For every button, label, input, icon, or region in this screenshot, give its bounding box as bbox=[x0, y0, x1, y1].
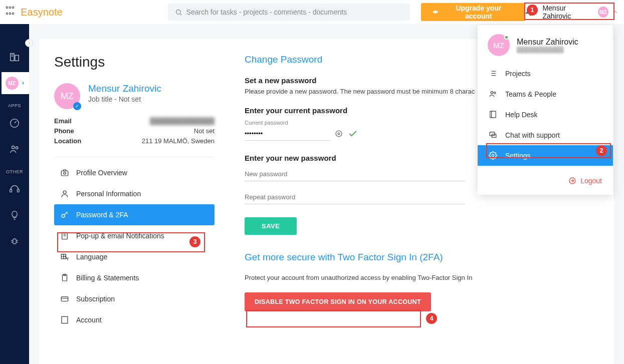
eye-icon[interactable] bbox=[335, 130, 343, 138]
company-icon[interactable] bbox=[9, 51, 21, 63]
nav-billing[interactable]: Billing & Statements bbox=[54, 267, 215, 288]
nav-language[interactable]: Language bbox=[54, 246, 215, 267]
svg-rect-44 bbox=[490, 111, 496, 118]
repeat-password-input[interactable] bbox=[245, 190, 465, 204]
check-icon bbox=[348, 129, 358, 139]
page-title: Settings bbox=[54, 54, 215, 70]
profile-icon[interactable]: MZ bbox=[0, 72, 29, 94]
nav-notifications[interactable]: Pop-up & email Notifications bbox=[54, 225, 215, 246]
language-icon bbox=[60, 252, 69, 261]
dropdown-header: MZ Mensur Zahirovic ████████████ bbox=[478, 25, 613, 63]
crown-icon bbox=[432, 9, 439, 16]
user-menu-toggle[interactable]: Mensur Zahirovic MZ bbox=[542, 4, 618, 20]
person-icon bbox=[60, 189, 69, 198]
support-icon[interactable] bbox=[9, 183, 21, 195]
bug-icon[interactable] bbox=[9, 235, 21, 247]
idea-icon[interactable] bbox=[9, 209, 21, 221]
dropdown-projects[interactable]: Projects bbox=[478, 63, 613, 84]
nav-password-2fa[interactable]: Password & 2FA bbox=[54, 204, 215, 225]
chat-icon bbox=[489, 131, 497, 139]
svg-point-8 bbox=[16, 147, 18, 149]
avatar: MZ ✓ bbox=[54, 83, 80, 109]
search-input[interactable]: Search for tasks - projects - comments -… bbox=[168, 4, 410, 21]
svg-point-35 bbox=[338, 133, 340, 135]
chevron-up-icon bbox=[612, 9, 618, 15]
avatar: MZ bbox=[488, 34, 510, 56]
svg-point-34 bbox=[336, 131, 342, 137]
svg-point-19 bbox=[62, 214, 65, 217]
svg-point-7 bbox=[12, 146, 15, 149]
top-bar: Easynote Search for tasks - projects - c… bbox=[0, 0, 624, 24]
nav-personal-info[interactable]: Personal Information bbox=[54, 183, 215, 204]
svg-line-1 bbox=[180, 14, 181, 15]
upgrade-label: Upgrade your account bbox=[443, 4, 514, 20]
svg-point-43 bbox=[494, 92, 496, 94]
settings-nav: Profile Overview Personal Information Pa… bbox=[54, 162, 215, 330]
brand-logo: Easynote bbox=[21, 7, 62, 18]
avatar: MZ bbox=[6, 77, 19, 90]
info-email-row: Email ██████████████ bbox=[54, 117, 215, 125]
info-phone-row: Phone Not set bbox=[54, 127, 215, 135]
team-icon bbox=[489, 90, 497, 98]
apps-section-label: APPS bbox=[8, 103, 21, 108]
dropdown-teams[interactable]: Teams & People bbox=[478, 84, 613, 104]
svg-point-18 bbox=[63, 191, 66, 194]
dropdown-settings[interactable]: Settings bbox=[478, 145, 613, 166]
search-placeholder: Search for tasks - projects - comments -… bbox=[186, 8, 347, 16]
chevron-right-icon bbox=[21, 81, 26, 86]
settings-left-column: Settings MZ ✓ Mensur Zahirovic Job title… bbox=[39, 39, 230, 364]
team-icon[interactable] bbox=[9, 143, 21, 155]
other-section-label: OTHER bbox=[6, 169, 23, 174]
svg-rect-10 bbox=[18, 189, 20, 192]
info-location-row: Location 211 19 MALMÖ, Sweden bbox=[54, 137, 215, 145]
divider bbox=[54, 157, 215, 157]
profile-name: Mensur Zahirovic bbox=[88, 83, 161, 94]
nav-profile-overview[interactable]: Profile Overview bbox=[54, 162, 215, 183]
profile-header: MZ ✓ Mensur Zahirovic Job title - Not se… bbox=[54, 83, 215, 109]
notifications-icon[interactable] bbox=[525, 6, 535, 18]
sidebar-collapse-button[interactable]: › bbox=[25, 39, 33, 47]
user-dropdown: MZ Mensur Zahirovic ████████████ Project… bbox=[478, 25, 613, 195]
dropdown-user-sub: ████████████ bbox=[517, 47, 578, 53]
book-icon bbox=[489, 110, 497, 119]
svg-rect-16 bbox=[61, 171, 68, 176]
profile-jobtitle: Job title - Not set bbox=[88, 95, 161, 103]
key-icon bbox=[60, 210, 69, 219]
apps-grid-icon[interactable] bbox=[6, 7, 17, 18]
svg-point-17 bbox=[64, 172, 66, 175]
user-name-label: Mensur Zahirovic bbox=[542, 4, 593, 20]
list-icon bbox=[489, 69, 497, 78]
nav-subscription[interactable]: Subscription bbox=[54, 288, 215, 309]
note-icon bbox=[60, 231, 69, 240]
upgrade-button[interactable]: Upgrade your account bbox=[421, 3, 526, 21]
twofa-text: Protect your account from unauthorized a… bbox=[245, 274, 599, 281]
svg-point-42 bbox=[491, 92, 493, 94]
disable-2fa-button[interactable]: DISABLE TWO FACTOR SIGN IN ON YOUR ACCOU… bbox=[245, 292, 431, 311]
building-icon bbox=[60, 315, 69, 324]
logout-icon bbox=[568, 177, 576, 185]
svg-rect-3 bbox=[15, 55, 19, 61]
svg-rect-9 bbox=[10, 189, 12, 192]
camera-icon bbox=[60, 168, 69, 177]
online-status-dot bbox=[504, 35, 509, 40]
clipboard-icon bbox=[60, 273, 69, 282]
dropdown-logout[interactable]: Logout bbox=[478, 166, 613, 188]
svg-point-0 bbox=[176, 10, 180, 14]
verified-check-icon: ✓ bbox=[73, 102, 81, 110]
gear-icon bbox=[489, 151, 497, 160]
dropdown-helpdesk[interactable]: Help Desk bbox=[478, 104, 613, 125]
save-button[interactable]: SAVE bbox=[245, 217, 297, 235]
twofa-heading: Get more secure with Two Factor Sign In … bbox=[245, 252, 599, 263]
svg-rect-11 bbox=[13, 239, 17, 244]
avatar: MZ bbox=[598, 7, 608, 18]
dropdown-chat[interactable]: Chat with support bbox=[478, 125, 613, 145]
current-password-input[interactable] bbox=[245, 127, 330, 141]
new-password-input[interactable] bbox=[245, 167, 465, 181]
nav-account[interactable]: Account bbox=[54, 309, 215, 330]
dashboard-icon[interactable] bbox=[9, 117, 21, 129]
card-icon bbox=[60, 294, 69, 303]
svg-rect-26 bbox=[61, 297, 68, 301]
svg-point-48 bbox=[492, 154, 494, 156]
notification-dot bbox=[533, 5, 536, 9]
svg-rect-46 bbox=[490, 132, 495, 136]
